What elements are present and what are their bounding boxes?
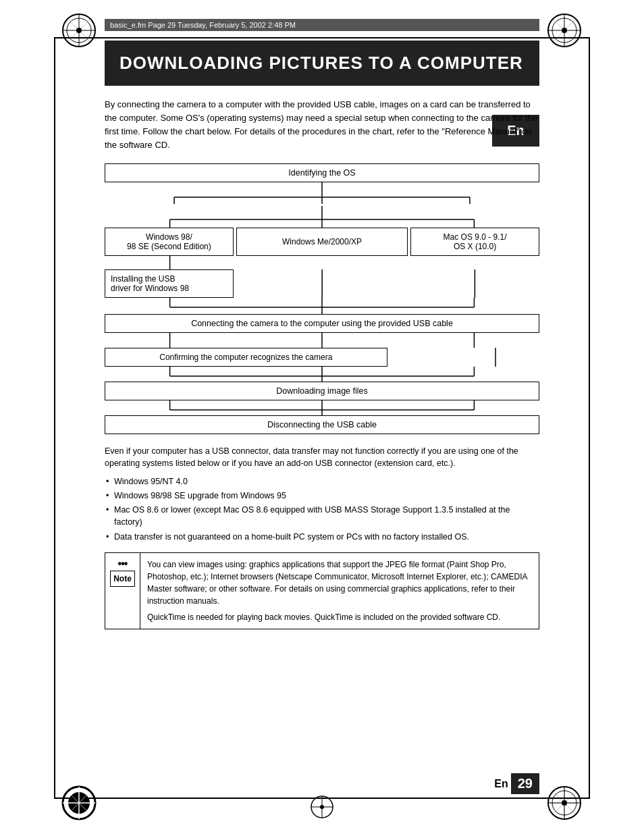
corner-mark-tr: [546, 12, 583, 51]
fc-arrows5: [105, 400, 539, 415]
corner-mark-bl: [61, 785, 98, 824]
title-banner: DOWNLOADING PICTURES TO A COMPUTER: [105, 41, 539, 86]
bullet-3: Mac OS 8.6 or lower (except Mac OS 8.6 e…: [105, 504, 539, 528]
fc-win98: Windows 98/ 98 SE (Second Edition): [105, 228, 234, 256]
bullet-2: Windows 98/98 SE upgrade from Windows 95: [105, 490, 539, 502]
fc-right-line: [410, 269, 539, 298]
fc-right-line2: [387, 348, 539, 367]
note-section: ••• Note You can view images using: grap…: [105, 552, 539, 629]
fc-usb-driver: Installing the USB driver for Windows 98: [105, 269, 234, 298]
warning-text: Even if your computer has a USB connecto…: [105, 445, 539, 471]
corner-mark-br: [546, 785, 583, 824]
fc-connecting: Connecting the camera to the computer us…: [105, 314, 539, 333]
intro-paragraph: By connecting the camera to a computer w…: [105, 98, 539, 153]
fc-disconnecting: Disconnecting the USB cable: [105, 415, 539, 434]
fc-winme: Windows Me/2000/XP: [236, 228, 408, 256]
fc-arrow-row2: [105, 256, 539, 269]
svg-point-22: [320, 805, 324, 809]
note-label-text: Note: [110, 571, 135, 587]
fc-macos: Mac OS 9.0 - 9.1/ OS X (10.0): [410, 228, 539, 256]
page-en: En: [494, 778, 508, 790]
page-title: DOWNLOADING PICTURES TO A COMPUTER: [119, 53, 525, 74]
note-item-1: You can view images using: graphics appl…: [147, 558, 532, 607]
fc-arrows4: [105, 367, 539, 382]
fc-usb-driver-row: Installing the USB driver for Windows 98: [105, 269, 539, 298]
bullet-1: Windows 95/NT 4.0: [105, 475, 539, 488]
fc-branch-row: [105, 206, 539, 228]
fc-os-row: Windows 98/ 98 SE (Second Edition) Windo…: [105, 228, 539, 256]
fc-confirming: Confirming the computer recognizes the c…: [105, 348, 387, 367]
file-bar: basic_e.fm Page 29 Tuesday, February 5, …: [105, 19, 539, 31]
note-label: ••• Note: [105, 553, 140, 629]
page-num: 29: [511, 773, 539, 794]
note-content: You can view images using: graphics appl…: [140, 553, 539, 629]
fc-mid-line: [236, 269, 408, 298]
note-item-2: QuickTime is needed for playing back mov…: [147, 611, 532, 623]
fc-downloading: Downloading image files: [105, 382, 539, 400]
main-content: DOWNLOADING PICTURES TO A COMPUTER By co…: [105, 41, 539, 795]
corner-mark-tl: [61, 12, 98, 51]
fc-merge-arrows: [105, 298, 539, 314]
fc-branch-svg: [105, 206, 539, 228]
bullet-4: Data transfer is not guaranteed on a hom…: [105, 531, 539, 543]
fc-identifying-os: Identifying the OS: [105, 163, 539, 182]
fc-confirm-row: Confirming the computer recognizes the c…: [105, 348, 539, 367]
note-dots: •••: [118, 558, 128, 569]
flowchart: Identifying the OS: [105, 163, 539, 434]
fc-branch-arrows: [105, 182, 539, 204]
fc-arrows3: [105, 333, 539, 348]
page-number-block: En 29: [494, 773, 539, 794]
bullet-list: Windows 95/NT 4.0 Windows 98/98 SE upgra…: [105, 475, 539, 543]
bottom-center-mark: [308, 793, 336, 822]
